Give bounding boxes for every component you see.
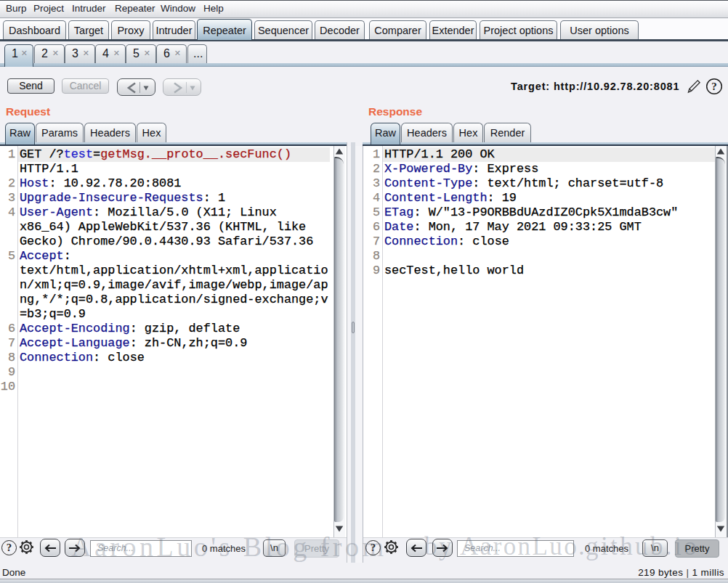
svg-text:?: ? bbox=[711, 81, 717, 92]
